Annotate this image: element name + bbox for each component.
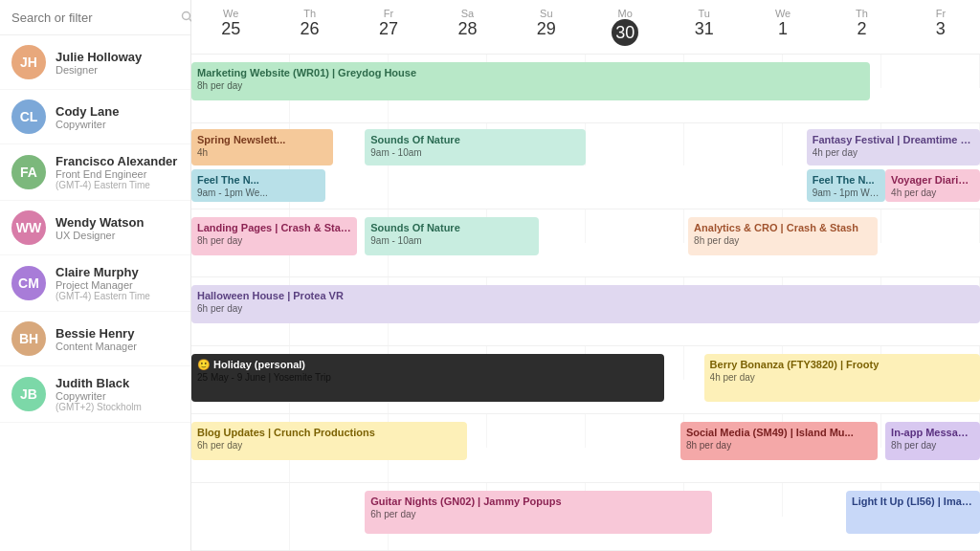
day-num: 1 [747,19,818,39]
day-name: Tu [668,8,739,19]
person-tz-claire: (GMT-4) Eastern Time [56,291,150,301]
day-header-26: Th 26 [270,0,348,54]
calendar-header: We 25 Th 26 Fr 27 Sa 28 Su 29 Mo 30 Tu 3… [191,0,980,55]
event-sub: 4h [197,146,327,159]
search-bar [0,0,190,35]
event-block-cody-4[interactable]: Feel The N... 9am - 1pm We... [807,169,885,202]
svg-point-0 [183,12,190,20]
day-num: 30 [612,19,638,46]
day-header-31: Tu 31 [664,0,743,54]
event-title: Analytics & CRO | Crash & Stash [694,221,872,234]
event-title: Landing Pages | Crash & Stash [197,221,351,234]
event-block-bessie-1[interactable]: Social Media (SM49) | Island Mu... 8h pe… [680,422,878,460]
event-sub: 6h per day [370,508,706,520]
event-sub: 4h per day [813,146,974,159]
day-header-30: Mo 30 [586,0,664,54]
event-title: Berry Bonanza (FTY3820) | Frooty [710,358,974,371]
day-header-28: Sa 28 [428,0,506,54]
person-name-judith: Judith Black [56,376,142,390]
event-title: Social Media (SM49) | Island Mu... [686,426,872,439]
day-name: Th [826,8,897,19]
person-item-judith[interactable]: JB Judith Black Copywriter (GMT+2) Stock… [0,366,190,423]
day-name: We [195,8,266,19]
day-name: Fr [905,8,976,19]
person-name-wendy: Wendy Watson [56,215,144,230]
event-block-cody-2[interactable]: Fantasy Festival | Dreamtime Fields 4h p… [807,129,980,165]
person-info-claire: Claire Murphy Project Manager (GMT-4) Ea… [56,265,150,301]
event-block-cody-0[interactable]: Spring Newslett... 4h [191,129,333,165]
event-title: Light It Up (LI56) | Imagination Di... [852,495,974,508]
event-block-bessie-2[interactable]: In-app Messagi... 8h per day [885,422,980,460]
search-input[interactable] [11,11,172,25]
person-item-claire[interactable]: CM Claire Murphy Project Manager (GMT-4)… [0,255,190,312]
avatar-claire: CM [11,266,46,300]
avatar-wendy: WW [11,210,46,245]
person-role-wendy: UX Designer [56,230,144,241]
day-header-29: Su 29 [507,0,586,54]
avatar-julie: JH [11,45,46,79]
event-block-cody-3[interactable]: Feel The N... 9am - 1pm We... [191,169,325,202]
app-container: JH Julie Holloway Designer CL Cody Lane … [0,0,980,551]
day-header-25: We 25 [191,0,270,54]
day-name: Su [511,8,582,19]
day-name: Sa [432,8,502,19]
event-title: 🙂 Holiday (personal) [197,358,658,371]
person-item-bessie[interactable]: BH Bessie Henry Content Manager [0,312,190,366]
event-block-claire-1[interactable]: Berry Bonanza (FTY3820) | Frooty 4h per … [704,354,980,402]
day-num: 3 [905,19,976,39]
event-title: Fantasy Festival | Dreamtime Fields [813,133,974,146]
calendar-body: Marketing Website (WR01) | Greydog House… [191,55,980,551]
event-title: Sounds Of Nature [370,221,532,234]
event-block-cody-1[interactable]: Sounds Of Nature 9am - 10am [365,129,586,165]
event-title: Sounds Of Nature [370,133,580,146]
event-block-cody-5[interactable]: Voyager Diaries (VI99) | Space Po... 4h … [885,169,980,202]
event-title: Marketing Website (WR01) | Greydog House [197,66,864,79]
day-header-2: Th 2 [822,0,901,54]
day-name: Fr [353,8,424,19]
day-num: 2 [826,19,897,39]
event-title: Voyager Diaries (VI99) | Space Po... [891,173,974,187]
event-sub: 25 May - 9 June | Yosemite Trip [197,371,658,384]
sidebar: JH Julie Holloway Designer CL Cody Lane … [0,0,191,551]
person-role-cody: Copywriter [56,119,119,130]
day-num: 27 [353,19,424,39]
event-block-francisco-1[interactable]: Sounds Of Nature 9am - 10am [365,217,538,255]
person-item-wendy[interactable]: WW Wendy Watson UX Designer [0,201,190,255]
event-sub: 8h per day [686,439,872,452]
event-block-francisco-0[interactable]: Landing Pages | Crash & Stash 8h per day [191,217,357,255]
event-block-judith-0[interactable]: Guitar Nights (GN02) | Jammy Popups 6h p… [365,491,712,534]
day-num: 31 [668,19,739,39]
person-row-julie: Marketing Website (WR01) | Greydog House… [191,55,980,123]
person-role-julie: Designer [56,64,142,76]
person-tz-francisco: (GMT-4) Eastern Time [56,180,177,190]
event-sub: 6h per day [197,302,974,315]
person-item-julie[interactable]: JH Julie Holloway Designer [0,35,190,90]
event-sub: 9am - 10am [370,234,532,247]
event-block-francisco-2[interactable]: Analytics & CRO | Crash & Stash 8h per d… [688,217,878,255]
person-info-julie: Julie Holloway Designer [56,50,142,76]
event-title: Feel The N... [813,173,880,187]
event-sub: 8h per day [891,439,974,452]
person-role-francisco: Front End Engineer [56,168,177,180]
person-name-julie: Julie Holloway [56,50,142,64]
person-row-claire: 🙂 Holiday (personal) 25 May - 9 June | Y… [191,346,980,415]
event-block-bessie-0[interactable]: Blog Updates | Crunch Productions 6h per… [191,422,467,460]
day-num: 25 [195,19,266,39]
event-title: Guitar Nights (GN02) | Jammy Popups [370,495,706,508]
event-sub: 4h per day [891,187,974,199]
event-block-claire-0[interactable]: 🙂 Holiday (personal) 25 May - 9 June | Y… [191,354,664,402]
person-info-judith: Judith Black Copywriter (GMT+2) Stockhol… [56,376,142,412]
day-header-3: Fr 3 [902,0,980,54]
day-num: 29 [511,19,582,39]
person-row-wendy: Halloween House | Protea VR 6h per day [191,277,980,346]
event-block-wendy-0[interactable]: Halloween House | Protea VR 6h per day [191,285,980,323]
event-block-julie-0[interactable]: Marketing Website (WR01) | Greydog House… [191,62,870,100]
person-info-bessie: Bessie Henry Content Manager [56,326,137,352]
event-sub: 9am - 1pm We... [813,187,880,199]
day-num: 26 [274,19,345,39]
person-item-francisco[interactable]: FA Francisco Alexander Front End Enginee… [0,144,190,201]
day-header-1: We 1 [744,0,822,54]
person-role-judith: Copywriter [56,390,142,402]
event-block-judith-1[interactable]: Light It Up (LI56) | Imagination Di... [846,491,980,534]
person-item-cody[interactable]: CL Cody Lane Copywriter [0,90,190,144]
